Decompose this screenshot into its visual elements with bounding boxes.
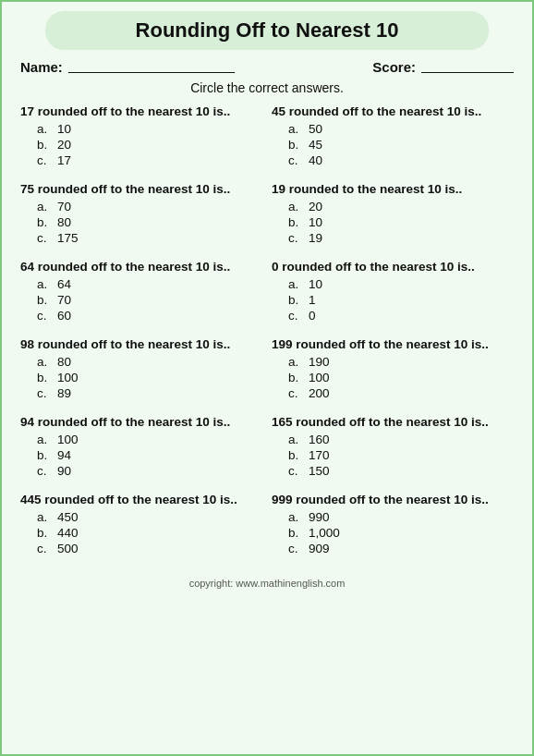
options-list-9: a.160b.170c.150 — [272, 433, 514, 478]
option-value-5-0: 10 — [309, 277, 322, 291]
question-text-5: 0 rounded off to the nearest 10 is.. — [272, 260, 514, 274]
option-label-1-0: a. — [288, 122, 303, 136]
option-value-5-2: 0 — [309, 309, 316, 323]
option-9-0[interactable]: a.160 — [288, 433, 514, 446]
option-3-1[interactable]: b.10 — [288, 215, 514, 229]
option-7-0[interactable]: a.190 — [288, 355, 514, 369]
option-3-0[interactable]: a.20 — [288, 200, 514, 213]
option-label-6-2: c. — [37, 386, 52, 400]
options-list-0: a.10b.20c.17 — [20, 122, 262, 167]
option-label-9-0: a. — [288, 433, 303, 446]
option-label-10-0: a. — [37, 510, 52, 524]
page-title: Rounding Off to Nearest 10 — [136, 18, 399, 42]
option-8-1[interactable]: b.94 — [37, 448, 262, 462]
option-label-3-2: c. — [288, 231, 303, 245]
option-3-2[interactable]: c.19 — [288, 231, 514, 245]
option-6-0[interactable]: a.80 — [37, 355, 262, 369]
option-0-2[interactable]: c.17 — [37, 153, 262, 167]
option-10-2[interactable]: c.500 — [37, 542, 262, 555]
option-label-2-1: b. — [37, 215, 52, 229]
name-underline — [68, 72, 235, 73]
option-11-1[interactable]: b.1,000 — [288, 526, 514, 540]
option-2-0[interactable]: a.70 — [37, 200, 262, 213]
option-4-1[interactable]: b.70 — [37, 293, 262, 307]
option-value-1-1: 45 — [309, 138, 322, 152]
option-2-1[interactable]: b.80 — [37, 215, 262, 229]
option-8-2[interactable]: c.90 — [37, 464, 262, 478]
option-7-2[interactable]: c.200 — [288, 386, 514, 400]
option-value-6-2: 89 — [57, 386, 71, 400]
question-text-0: 17 rounded off to the nearest 10 is.. — [20, 104, 262, 118]
question-block-2: 75 rounded off to the nearest 10 is..a.7… — [20, 182, 262, 247]
option-value-4-0: 64 — [57, 277, 71, 291]
option-5-2[interactable]: c.0 — [288, 309, 514, 323]
option-4-2[interactable]: c.60 — [37, 309, 262, 323]
option-1-0[interactable]: a.50 — [288, 122, 514, 136]
option-6-1[interactable]: b.100 — [37, 371, 262, 384]
name-score-row: Name: Score: — [20, 59, 514, 75]
option-value-4-1: 70 — [57, 293, 71, 307]
option-value-2-0: 70 — [57, 200, 71, 213]
option-label-10-2: c. — [37, 542, 52, 555]
option-value-7-1: 100 — [309, 371, 330, 384]
option-6-2[interactable]: c.89 — [37, 386, 262, 400]
question-block-5: 0 rounded off to the nearest 10 is..a.10… — [272, 260, 514, 324]
question-text-9: 165 rounded off to the nearest 10 is.. — [272, 415, 514, 429]
options-list-2: a.70b.80c.175 — [20, 200, 262, 245]
option-10-1[interactable]: b.440 — [37, 526, 262, 540]
option-value-7-0: 190 — [309, 355, 330, 369]
title-box: Rounding Off to Nearest 10 — [45, 11, 489, 50]
option-label-0-2: c. — [37, 153, 52, 167]
option-10-0[interactable]: a.450 — [37, 510, 262, 524]
option-value-8-1: 94 — [57, 448, 71, 462]
score-underline — [421, 72, 514, 73]
option-5-1[interactable]: b.1 — [288, 293, 514, 307]
question-text-6: 98 rounded off to the nearest 10 is.. — [20, 337, 262, 351]
option-1-2[interactable]: c.40 — [288, 153, 514, 167]
option-label-3-1: b. — [288, 215, 303, 229]
option-7-1[interactable]: b.100 — [288, 371, 514, 384]
option-value-2-1: 80 — [57, 215, 71, 229]
option-9-2[interactable]: c.150 — [288, 464, 514, 478]
option-value-3-2: 19 — [309, 231, 322, 245]
option-4-0[interactable]: a.64 — [37, 277, 262, 291]
name-field: Name: — [20, 59, 235, 75]
option-value-9-1: 170 — [309, 448, 330, 462]
option-value-8-0: 100 — [57, 433, 79, 446]
option-value-8-2: 90 — [57, 464, 71, 478]
option-5-0[interactable]: a.10 — [288, 277, 514, 291]
option-value-9-0: 160 — [309, 433, 330, 446]
option-label-11-1: b. — [288, 526, 303, 540]
option-label-7-0: a. — [288, 355, 303, 369]
score-label: Score: — [372, 59, 416, 75]
option-value-10-1: 440 — [57, 526, 79, 540]
option-label-6-0: a. — [37, 355, 52, 369]
option-1-1[interactable]: b.45 — [288, 138, 514, 152]
option-9-1[interactable]: b.170 — [288, 448, 514, 462]
option-value-11-2: 909 — [309, 542, 330, 555]
option-0-1[interactable]: b.20 — [37, 138, 262, 152]
options-list-8: a.100b.94c.90 — [20, 433, 262, 478]
option-label-0-0: a. — [37, 122, 52, 136]
option-label-4-0: a. — [37, 277, 52, 291]
option-11-2[interactable]: c.909 — [288, 542, 514, 555]
option-value-10-2: 500 — [57, 542, 79, 555]
option-2-2[interactable]: c.175 — [37, 231, 262, 245]
option-value-0-1: 20 — [57, 138, 71, 152]
option-label-8-2: c. — [37, 464, 52, 478]
option-label-2-0: a. — [37, 200, 52, 213]
option-label-5-1: b. — [288, 293, 303, 307]
options-list-4: a.64b.70c.60 — [20, 277, 262, 323]
option-11-0[interactable]: a.990 — [288, 510, 514, 524]
option-label-4-1: b. — [37, 293, 52, 307]
option-label-5-2: c. — [288, 309, 303, 323]
question-text-1: 45 rounded off to the nearest 10 is.. — [272, 104, 514, 118]
question-text-7: 199 rounded off to the nearest 10 is.. — [272, 337, 514, 351]
option-value-11-1: 1,000 — [309, 526, 340, 540]
score-field: Score: — [372, 59, 514, 75]
option-0-0[interactable]: a.10 — [37, 122, 262, 136]
name-label: Name: — [20, 59, 63, 75]
option-8-0[interactable]: a.100 — [37, 433, 262, 446]
option-value-4-2: 60 — [57, 309, 71, 323]
option-label-7-1: b. — [288, 371, 303, 384]
